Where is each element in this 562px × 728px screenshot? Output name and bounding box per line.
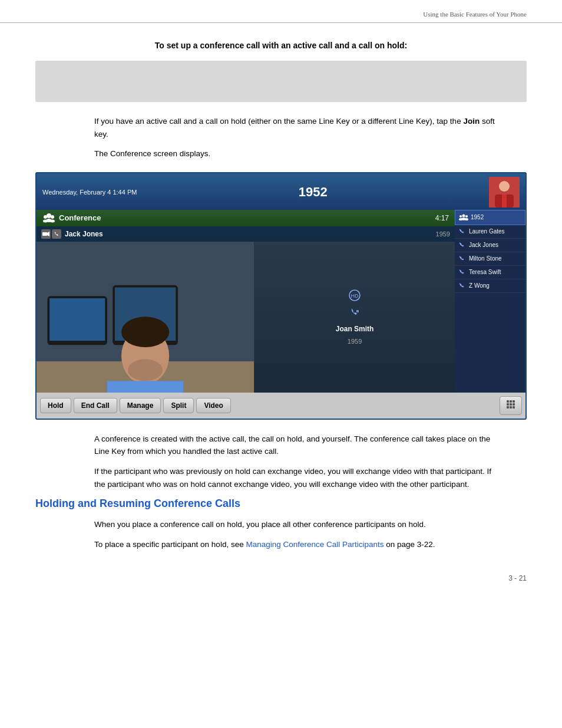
svg-rect-24 bbox=[107, 381, 183, 393]
svg-point-5 bbox=[47, 213, 51, 218]
hold-icon: HD bbox=[349, 289, 361, 304]
svg-rect-38 bbox=[507, 403, 509, 406]
svg-point-34 bbox=[465, 218, 468, 220]
conference-icon bbox=[42, 213, 55, 223]
contact-jack-jones[interactable]: Jack Jones bbox=[455, 239, 525, 252]
page-header: Using the Basic Features of Your Phone bbox=[0, 0, 562, 23]
conference-label-group: Conference bbox=[42, 213, 101, 223]
conference-text: Conference bbox=[59, 213, 101, 222]
contact-name-teresa-swift: Teresa Swift bbox=[469, 269, 522, 275]
svg-point-1 bbox=[499, 181, 510, 192]
contact-teresa-swift[interactable]: Teresa Swift bbox=[455, 266, 525, 279]
section2-title: Holding and Resuming Conference Calls bbox=[35, 498, 527, 510]
svg-rect-39 bbox=[510, 403, 512, 406]
grid-button[interactable] bbox=[500, 396, 522, 415]
avatar-top-right bbox=[489, 177, 520, 207]
phone-icon bbox=[52, 229, 61, 239]
svg-rect-42 bbox=[510, 406, 512, 409]
hold-caller-name: Joan Smith bbox=[336, 325, 374, 333]
hold-phone-icon bbox=[349, 307, 360, 320]
phone-status-bar: Wednesday, February 4 1:44 PM 1952 bbox=[37, 173, 525, 210]
svg-point-31 bbox=[465, 215, 468, 218]
contact-1952[interactable]: 1952 bbox=[455, 210, 525, 225]
contact-phone-icon-4 bbox=[458, 269, 467, 276]
page-number: 3 - 21 bbox=[35, 574, 527, 582]
svg-rect-16 bbox=[49, 298, 105, 341]
main-video bbox=[37, 242, 254, 393]
contact-phone-icon-1 bbox=[458, 228, 467, 235]
hold-caller-number: 1959 bbox=[348, 338, 362, 345]
grid-icon bbox=[506, 400, 515, 409]
section1-para4: If the participant who was previously on… bbox=[94, 465, 503, 490]
active-call-row: Jack Jones 1959 bbox=[37, 226, 455, 242]
section2-text: When you place a conference call on hold… bbox=[94, 518, 503, 551]
managing-conference-link[interactable]: Managing Conference Call Participants bbox=[246, 540, 384, 549]
contact-z-wong[interactable]: Z Wong bbox=[455, 279, 525, 293]
contact-lauren-gates[interactable]: Lauren Gates bbox=[455, 225, 525, 239]
contact-name-1952: 1952 bbox=[471, 214, 521, 220]
main-content: To set up a conference call with an acti… bbox=[0, 23, 562, 606]
svg-rect-43 bbox=[513, 406, 515, 409]
contact-phone-icon-2 bbox=[458, 242, 467, 249]
svg-rect-35 bbox=[507, 400, 509, 403]
hold-icon-svg: HD bbox=[349, 289, 361, 301]
contact-conference-icon bbox=[459, 213, 468, 222]
header-title: Using the Basic Features of Your Phone bbox=[423, 11, 527, 18]
call-icons bbox=[41, 229, 61, 239]
split-button[interactable]: Split bbox=[163, 398, 194, 413]
hold-button[interactable]: Hold bbox=[40, 398, 71, 413]
phone-contacts-sidebar: 1952 Lauren Gates Jack Jones bbox=[455, 210, 525, 393]
video-button[interactable]: Video bbox=[196, 398, 230, 413]
phone-date-time: Wednesday, February 4 1:44 PM bbox=[42, 189, 137, 196]
svg-rect-3 bbox=[502, 195, 507, 207]
svg-point-21 bbox=[128, 359, 163, 381]
active-caller-number: 1959 bbox=[436, 230, 450, 238]
hold-phone-icon-svg bbox=[349, 307, 360, 318]
conference-time: 4:17 bbox=[435, 214, 449, 222]
phone-main-area: Conference 4:17 bbox=[37, 210, 525, 393]
camera-icon bbox=[41, 229, 51, 239]
phone-number: 1952 bbox=[299, 185, 328, 200]
phone-screenshot: Wednesday, February 4 1:44 PM 1952 bbox=[35, 172, 527, 420]
svg-marker-11 bbox=[47, 232, 49, 236]
svg-rect-40 bbox=[513, 403, 515, 406]
conference-bar: Conference 4:17 bbox=[37, 210, 455, 226]
section2-para1: When you place a conference call on hold… bbox=[94, 518, 503, 531]
section1-post-text: A conference is created with the active … bbox=[94, 433, 503, 490]
phone-left-panel: Conference 4:17 bbox=[37, 210, 455, 393]
svg-text:HD: HD bbox=[351, 293, 359, 299]
contact-phone-icon-3 bbox=[458, 255, 467, 262]
svg-point-29 bbox=[459, 215, 462, 218]
section1-text: If you have an active call and a call on… bbox=[94, 115, 503, 160]
svg-point-9 bbox=[50, 219, 55, 222]
contact-phone-icon-5 bbox=[458, 282, 467, 289]
section1-para1: If you have an active call and a call on… bbox=[94, 115, 503, 140]
manage-button[interactable]: Manage bbox=[120, 398, 161, 413]
contact-name-z-wong: Z Wong bbox=[469, 282, 522, 289]
svg-point-6 bbox=[51, 215, 54, 219]
placeholder-image bbox=[35, 61, 527, 102]
end-call-button[interactable]: End Call bbox=[74, 398, 117, 413]
contact-milton-stone[interactable]: Milton Stone bbox=[455, 252, 525, 266]
phone-buttons-row: Hold End Call Manage Split Video bbox=[37, 393, 525, 419]
svg-point-20 bbox=[121, 317, 169, 347]
contact-name-milton-stone: Milton Stone bbox=[469, 255, 522, 262]
section1-para3: A conference is created with the active … bbox=[94, 433, 503, 458]
desk-bg-svg bbox=[37, 242, 254, 393]
video-area: HD Joan Smith 1 bbox=[37, 242, 455, 393]
svg-rect-36 bbox=[510, 400, 512, 403]
svg-rect-10 bbox=[42, 232, 47, 236]
svg-rect-41 bbox=[507, 406, 509, 409]
contact-name-lauren-gates: Lauren Gates bbox=[469, 228, 522, 235]
svg-point-30 bbox=[462, 214, 465, 217]
section1-para2: The Conference screen displays. bbox=[94, 147, 503, 160]
section2-para2: To place a specific participant on hold,… bbox=[94, 538, 503, 551]
svg-rect-37 bbox=[513, 400, 515, 403]
active-caller-name: Jack Jones bbox=[65, 230, 432, 238]
contact-name-jack-jones: Jack Jones bbox=[469, 242, 522, 248]
inset-video-joan: HD Joan Smith 1 bbox=[254, 242, 455, 393]
avatar-svg bbox=[489, 177, 520, 207]
section1-heading: To set up a conference call with an acti… bbox=[35, 41, 527, 50]
